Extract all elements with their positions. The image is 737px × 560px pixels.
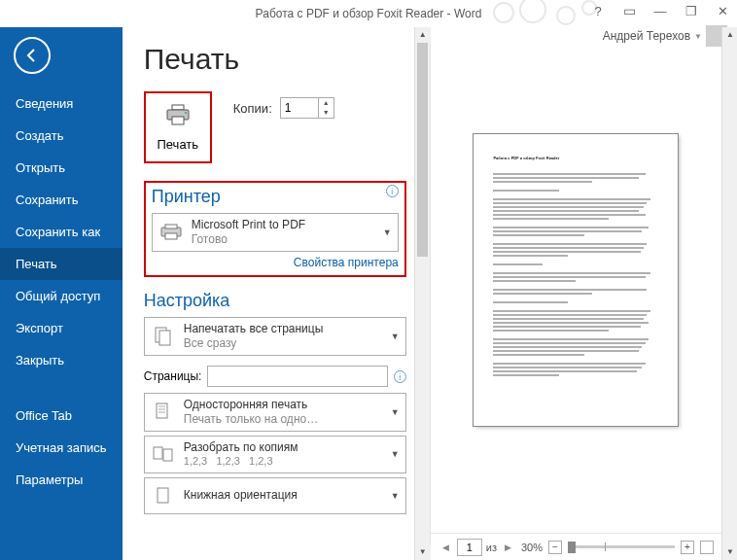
preview-column: Работа с PDF и обзор Foxit Reader <box>430 27 721 560</box>
minimize-button[interactable]: — <box>649 2 671 19</box>
back-button[interactable] <box>14 37 51 74</box>
svg-rect-9 <box>165 225 177 228</box>
printer-icon <box>165 104 191 131</box>
pages-input[interactable] <box>207 366 387 387</box>
window-title: Работа с PDF и обзор Foxit Reader - Word <box>256 7 482 20</box>
sidebar-item-account[interactable]: Учетная запись <box>0 432 123 464</box>
scrollbar-thumb[interactable] <box>417 43 428 257</box>
svg-rect-18 <box>163 449 172 461</box>
ribbon-display-button[interactable]: ▭ <box>618 2 640 19</box>
sidebar-item-save[interactable]: Сохранить <box>0 184 123 216</box>
chevron-down-icon: ▼ <box>391 449 400 459</box>
copies-input[interactable] <box>281 99 318 117</box>
restore-button[interactable]: ❐ <box>681 2 702 19</box>
page-of-label: из <box>486 542 497 553</box>
printer-section: i Принтер Microsoft Print to PDF Готово … <box>144 181 406 277</box>
sidebar-item-share[interactable]: Общий доступ <box>0 280 123 312</box>
preview-controls: ◀ из ▶ 30% − + <box>431 533 721 560</box>
current-page-input[interactable] <box>457 539 482 556</box>
print-button-label: Печать <box>157 137 198 152</box>
print-range-sub: Все сразу <box>184 336 383 351</box>
scroll-down-icon[interactable]: ▼ <box>722 544 737 560</box>
close-button[interactable]: ✕ <box>712 2 733 19</box>
svg-point-7 <box>185 112 187 114</box>
printer-properties-link[interactable]: Свойства принтера <box>152 256 399 269</box>
printer-status: Готово <box>192 232 375 247</box>
pages-icon <box>151 324 176 349</box>
sides-sub: Печать только на одно… <box>184 412 383 427</box>
preview-doc-title: Работа с PDF и обзор Foxit Reader <box>493 156 658 160</box>
chevron-down-icon: ▼ <box>391 332 400 341</box>
scroll-down-icon[interactable]: ▼ <box>415 544 431 560</box>
sidebar-item-open[interactable]: Открыть <box>0 152 123 184</box>
collate-dropdown[interactable]: Разобрать по копиям 1,2,3 1,2,3 1,2,3 ▼ <box>144 436 406 473</box>
zoom-slider-handle[interactable] <box>568 542 576 553</box>
sidebar-item-info[interactable]: Сведения <box>0 88 123 120</box>
sides-label: Односторонняя печать <box>184 398 383 412</box>
print-range-dropdown[interactable]: Напечатать все страницы Все сразу ▼ <box>144 317 406 356</box>
page-preview: Работа с PDF и обзор Foxit Reader <box>474 134 678 426</box>
orientation-label: Книжная ориентация <box>184 488 383 503</box>
orientation-dropdown[interactable]: Книжная ориентация ▼ <box>144 477 406 514</box>
chevron-down-icon: ▼ <box>391 491 400 501</box>
printer-dropdown[interactable]: Microsoft Print to PDF Готово ▼ <box>152 213 399 252</box>
sidebar-item-print[interactable]: Печать <box>0 248 123 280</box>
prev-page-button[interactable]: ◀ <box>439 541 453 554</box>
zoom-out-button[interactable]: − <box>548 541 562 554</box>
print-button[interactable]: Печать <box>144 91 212 163</box>
svg-point-0 <box>494 3 513 22</box>
preview-area: Работа с PDF и обзор Foxit Reader <box>431 27 721 533</box>
page-title: Печать <box>144 43 406 76</box>
copies-down[interactable]: ▼ <box>319 108 333 118</box>
one-sided-icon <box>151 400 176 425</box>
printer-section-title: Принтер <box>152 187 399 207</box>
portrait-icon <box>151 483 176 508</box>
zoom-fit-button[interactable] <box>700 541 714 554</box>
sidebar-item-export[interactable]: Экспорт <box>0 312 123 344</box>
collate-icon <box>151 441 176 467</box>
pages-label: Страницы: <box>144 369 202 383</box>
printer-info-icon[interactable]: i <box>386 185 399 197</box>
svg-rect-17 <box>154 447 162 459</box>
zoom-in-button[interactable]: + <box>681 541 694 554</box>
preview-scrollbar[interactable]: ▲ ▼ <box>721 27 737 560</box>
sidebar-item-saveas[interactable]: Сохранить как <box>0 216 123 248</box>
chevron-down-icon: ▼ <box>391 407 400 417</box>
scroll-up-icon[interactable]: ▲ <box>415 27 431 43</box>
svg-rect-6 <box>172 117 184 124</box>
sidebar-item-officetab[interactable]: Office Tab <box>0 400 123 432</box>
sidebar-item-options[interactable]: Параметры <box>0 464 123 496</box>
pages-info-icon[interactable]: i <box>394 370 406 383</box>
svg-rect-4 <box>172 105 184 110</box>
sides-dropdown[interactable]: Односторонняя печать Печать только на од… <box>144 393 406 432</box>
help-button[interactable]: ? <box>587 2 609 19</box>
svg-rect-10 <box>165 233 177 239</box>
settings-scrollbar[interactable]: ▲ ▼ <box>414 27 430 560</box>
zoom-label: 30% <box>521 542 543 553</box>
svg-point-2 <box>557 7 575 24</box>
next-page-button[interactable]: ▶ <box>501 541 515 554</box>
copies-spinner[interactable]: ▲▼ <box>280 97 334 119</box>
zoom-slider-track[interactable] <box>568 545 675 548</box>
settings-section-title: Настройка <box>144 291 406 311</box>
svg-rect-13 <box>157 403 167 418</box>
scroll-up-icon[interactable]: ▲ <box>722 27 737 43</box>
collate-label: Разобрать по копиям <box>184 440 383 455</box>
backstage-sidebar: Сведения Создать Открыть Сохранить Сохра… <box>0 27 123 560</box>
svg-rect-12 <box>159 331 170 345</box>
printer-device-icon <box>158 220 184 245</box>
svg-rect-19 <box>158 488 168 503</box>
print-settings-column: Печать Печать Копии: ▲▼ i <box>123 27 414 560</box>
copies-label: Копии: <box>233 101 272 116</box>
title-bar: Работа с PDF и обзор Foxit Reader - Word… <box>0 0 737 27</box>
print-range-label: Напечатать все страницы <box>184 322 383 336</box>
sidebar-item-new[interactable]: Создать <box>0 120 123 152</box>
chevron-down-icon: ▼ <box>383 228 392 237</box>
printer-name: Microsoft Print to PDF <box>192 218 375 232</box>
copies-up[interactable]: ▲ <box>319 98 333 108</box>
svg-point-1 <box>520 0 545 22</box>
sidebar-item-close[interactable]: Закрыть <box>0 344 123 376</box>
